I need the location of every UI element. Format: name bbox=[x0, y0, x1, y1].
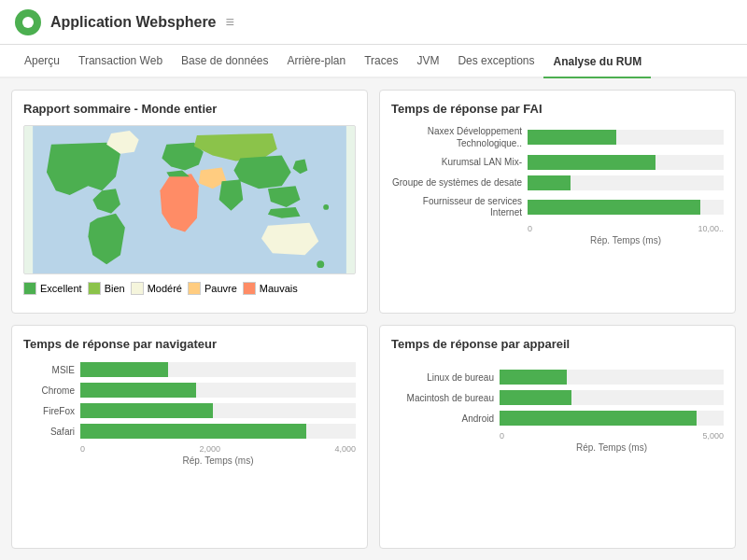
nav-jvm[interactable]: JVM bbox=[407, 44, 448, 77]
isp-fill-0 bbox=[528, 130, 616, 145]
main-nav: Aperçu Transaction Web Base de données A… bbox=[0, 45, 747, 78]
isp-bar-chart: Naxex DéveloppementTechnologique.. Kurum… bbox=[391, 125, 724, 218]
browser-axis-ticks: 0 2,000 4,000 bbox=[23, 444, 356, 454]
isp-fill-3 bbox=[528, 200, 700, 215]
isp-track-3 bbox=[528, 200, 724, 215]
legend-mauvais-label: Mauvais bbox=[260, 283, 298, 294]
isp-axis-label: Rép. Temps (ms) bbox=[391, 235, 724, 245]
isp-bar-row-1: Kurumsal LAN Mix- bbox=[391, 155, 724, 170]
isp-axis-max: 10,00.. bbox=[698, 224, 724, 233]
browser-bar-chart: MSIE Chrome FireFox Safari bbox=[23, 362, 356, 439]
browser-bar-row-2: FireFox bbox=[23, 403, 356, 418]
device-label-1: Macintosh de bureau bbox=[391, 393, 494, 403]
device-bar-chart: Linux de bureau Macintosh de bureau Andr… bbox=[391, 370, 724, 426]
browser-label-3: Safari bbox=[23, 427, 75, 437]
legend-bien-label: Bien bbox=[105, 283, 125, 294]
isp-track-1 bbox=[528, 155, 724, 170]
device-axis-label: Rép. Temps (ms) bbox=[391, 442, 724, 453]
browser-label-1: Chrome bbox=[23, 385, 75, 396]
browser-card-title: Temps de réponse par navigateur bbox=[23, 337, 356, 351]
nav-exceptions[interactable]: Des exceptions bbox=[448, 44, 543, 77]
isp-label-2: Groupe de systèmes de desate bbox=[391, 177, 522, 189]
device-bar-row-1: Macintosh de bureau bbox=[391, 390, 724, 405]
svg-point-2 bbox=[323, 204, 329, 210]
browser-axis-label: Rép. Temps (ms) bbox=[23, 455, 356, 466]
browser-track-1 bbox=[80, 383, 356, 398]
device-axis-min: 0 bbox=[500, 431, 504, 441]
isp-chart-card: Temps de réponse par FAI Naxex Développe… bbox=[379, 90, 736, 314]
legend-modere-color bbox=[131, 282, 144, 295]
menu-icon[interactable]: ≡ bbox=[226, 14, 234, 31]
nav-base-donnees[interactable]: Base de données bbox=[172, 44, 277, 77]
isp-axis-ticks: 0 10,00.. bbox=[391, 224, 724, 233]
browser-bar-row-1: Chrome bbox=[23, 383, 356, 398]
device-card-title: Temps de réponse par appareil bbox=[391, 337, 724, 351]
browser-fill-0 bbox=[80, 362, 168, 377]
legend-bien-color bbox=[88, 282, 101, 295]
browser-bar-row-0: MSIE bbox=[23, 362, 356, 377]
isp-bar-row-0: Naxex DéveloppementTechnologique.. bbox=[391, 125, 724, 149]
device-label-0: Linux de bureau bbox=[391, 372, 494, 383]
legend-modere: Modéré bbox=[131, 282, 182, 295]
browser-track-2 bbox=[80, 403, 356, 418]
isp-label-1: Kurumsal LAN Mix- bbox=[391, 157, 522, 168]
legend-mauvais-color bbox=[243, 282, 256, 295]
device-track-2 bbox=[500, 411, 724, 426]
app-title: Application Websphere bbox=[50, 14, 217, 31]
legend-excellent-label: Excellent bbox=[40, 283, 82, 294]
isp-label-0: Naxex DéveloppementTechnologique.. bbox=[391, 125, 522, 149]
device-track-0 bbox=[500, 370, 724, 385]
nav-apercu[interactable]: Aperçu bbox=[15, 44, 69, 77]
browser-axis-mid: 2,000 bbox=[199, 444, 220, 454]
device-label-2: Android bbox=[391, 413, 494, 424]
browser-track-3 bbox=[80, 424, 356, 439]
logo-inner bbox=[22, 17, 34, 28]
isp-label-3: Fournisseur de services Internet bbox=[391, 196, 522, 218]
svg-point-1 bbox=[317, 260, 324, 268]
nav-analyse-rum[interactable]: Analyse du RUM bbox=[543, 45, 651, 78]
browser-axis-min: 0 bbox=[80, 444, 85, 454]
browser-axis-max: 4,000 bbox=[334, 444, 356, 454]
content-grid: Rapport sommaire - Monde entier bbox=[0, 78, 747, 560]
nav-arriere-plan[interactable]: Arrière-plan bbox=[278, 44, 356, 77]
nav-traces[interactable]: Traces bbox=[355, 44, 407, 77]
browser-chart-card: Temps de réponse par navigateur MSIE Chr… bbox=[11, 325, 368, 549]
browser-bar-row-3: Safari bbox=[23, 424, 356, 439]
world-map-container bbox=[23, 125, 356, 274]
device-bar-row-2: Android bbox=[391, 411, 724, 426]
device-fill-0 bbox=[500, 370, 567, 385]
browser-track-0 bbox=[80, 362, 356, 377]
isp-axis-min: 0 bbox=[528, 224, 532, 233]
isp-card-title: Temps de réponse par FAI bbox=[391, 102, 724, 116]
app-logo bbox=[15, 9, 41, 35]
device-axis-max: 5,000 bbox=[702, 431, 724, 441]
isp-fill-2 bbox=[528, 175, 571, 190]
legend-mauvais: Mauvais bbox=[243, 282, 298, 295]
legend-excellent: Excellent bbox=[23, 282, 82, 295]
browser-fill-1 bbox=[80, 383, 196, 398]
isp-track-0 bbox=[528, 130, 724, 145]
isp-fill-1 bbox=[528, 155, 655, 170]
device-chart-card: Temps de réponse par appareil Linux de b… bbox=[379, 325, 736, 549]
legend-pauvre-label: Pauvre bbox=[204, 283, 237, 294]
map-legend: Excellent Bien Modéré Pauvre Mauvais bbox=[23, 282, 356, 295]
legend-pauvre-color bbox=[188, 282, 201, 295]
legend-excellent-color bbox=[23, 282, 36, 295]
device-bar-row-0: Linux de bureau bbox=[391, 370, 724, 385]
browser-fill-3 bbox=[80, 424, 306, 439]
legend-bien: Bien bbox=[88, 282, 125, 295]
isp-bar-row-2: Groupe de systèmes de desate bbox=[391, 175, 724, 190]
browser-label-0: MSIE bbox=[23, 365, 75, 375]
device-fill-2 bbox=[500, 411, 697, 426]
browser-label-2: FireFox bbox=[23, 406, 75, 416]
isp-bar-row-3: Fournisseur de services Internet bbox=[391, 196, 724, 218]
device-fill-1 bbox=[500, 390, 571, 405]
nav-transaction-web[interactable]: Transaction Web bbox=[69, 44, 172, 77]
browser-fill-2 bbox=[80, 403, 213, 418]
world-map-svg bbox=[24, 126, 355, 273]
isp-track-2 bbox=[528, 175, 724, 190]
device-axis-ticks: 0 5,000 bbox=[391, 431, 724, 441]
device-track-1 bbox=[500, 390, 724, 405]
world-map-card: Rapport sommaire - Monde entier bbox=[11, 90, 368, 314]
app-header: Application Websphere ≡ bbox=[0, 0, 747, 45]
